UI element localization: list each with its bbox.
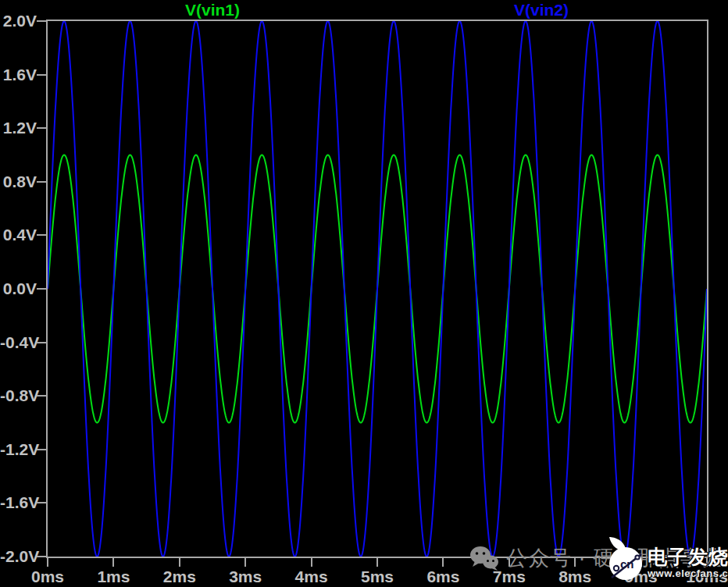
x-tick-mark: [442, 558, 444, 567]
x-tick-mark: [706, 558, 708, 567]
y-tick-label: -0.8V: [0, 386, 37, 405]
x-tick-mark: [47, 558, 48, 567]
plot-area[interactable]: [46, 20, 708, 558]
waveform-viewer-screen: V(vin1) V(vin2) 2.0V1.6V1.2V0.8V0.4V0.0V…: [0, 0, 728, 587]
y-tick-label: 0.4V: [0, 226, 37, 244]
x-tick-mark: [179, 558, 180, 567]
y-tick-mark: [37, 556, 46, 557]
y-tick-mark: [37, 20, 46, 22]
y-tick-mark: [37, 234, 46, 236]
y-tick-label: -1.6V: [0, 493, 37, 512]
x-tick-label: 9ms: [625, 567, 658, 586]
y-tick-label: 0.8V: [0, 173, 37, 191]
y-tick-mark: [37, 288, 46, 290]
y-tick-mark: [37, 181, 46, 183]
x-tick-mark: [376, 558, 378, 567]
y-tick-mark: [37, 127, 46, 129]
y-tick-label: 1.2V: [0, 119, 37, 137]
x-tick-mark: [641, 558, 642, 567]
y-tick-mark: [37, 395, 46, 397]
y-tick-label: 2.0V: [0, 12, 37, 30]
x-tick-mark: [509, 558, 510, 567]
y-tick-mark: [37, 502, 46, 503]
y-tick-label: -2.0V: [0, 547, 37, 566]
y-tick-label: -0.4V: [0, 333, 37, 352]
legend-vin2[interactable]: V(vin2): [514, 1, 569, 20]
x-tick-label: 2ms: [163, 567, 196, 586]
trace-V(vin2): [48, 21, 707, 557]
y-tick-label: -1.2V: [0, 440, 37, 459]
x-tick-mark: [244, 558, 246, 567]
waveform-traces: [48, 21, 707, 557]
x-tick-label: 10ms: [686, 567, 728, 586]
y-tick-mark: [37, 449, 46, 450]
x-tick-label: 3ms: [229, 567, 262, 586]
x-tick-label: 6ms: [426, 567, 459, 586]
y-tick-mark: [37, 342, 46, 343]
x-tick-label: 0ms: [31, 567, 64, 586]
x-tick-label: 4ms: [295, 567, 328, 586]
x-tick-mark: [112, 558, 114, 567]
x-tick-label: 7ms: [493, 567, 526, 586]
x-tick-label: 8ms: [558, 567, 591, 586]
y-tick-label: 1.6V: [0, 66, 37, 84]
x-tick-mark: [574, 558, 576, 567]
x-tick-mark: [311, 558, 312, 567]
x-tick-label: 1ms: [97, 567, 130, 586]
y-tick-mark: [37, 74, 46, 76]
x-tick-label: 5ms: [361, 567, 394, 586]
y-tick-label: 0.0V: [0, 279, 37, 298]
legend-vin1[interactable]: V(vin1): [185, 1, 240, 20]
